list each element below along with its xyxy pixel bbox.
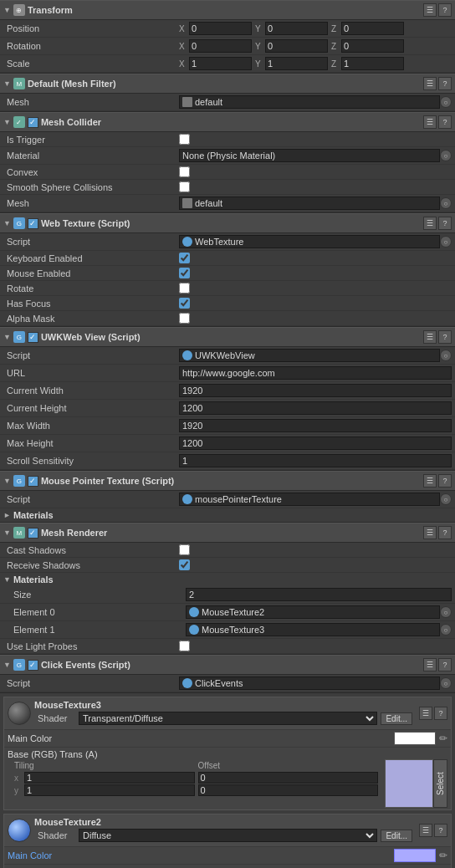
mouse-pointer-script-circle-btn[interactable]: ○ [440, 493, 452, 505]
web-texture-settings-icon[interactable]: ☰ [423, 217, 437, 230]
mouse-texture3-pencil-icon[interactable]: ✏ [439, 733, 447, 744]
mouse-texture2-settings-icon[interactable]: ☰ [419, 824, 432, 837]
element0-asset[interactable]: MouseTexture2 [186, 605, 440, 619]
mouse-texture2-color-swatch[interactable] [394, 849, 436, 862]
mesh-renderer-section: ▼ M ✓ Mesh Renderer ☰ ? Cast Shadows Rec… [0, 523, 455, 655]
cast-shadows-checkbox[interactable] [179, 544, 190, 555]
mouse-texture3-tiling-x-input[interactable] [24, 772, 195, 784]
click-events-script-circle-btn[interactable]: ○ [440, 677, 452, 689]
transform-settings-icon[interactable]: ☰ [423, 3, 437, 17]
size-input[interactable] [186, 588, 452, 601]
max-width-input[interactable] [179, 419, 452, 432]
material-asset[interactable]: None (Physic Material) [179, 149, 440, 162]
mesh-collider-settings-icon[interactable]: ☰ [423, 115, 437, 129]
rotate-checkbox[interactable] [179, 283, 190, 294]
use-light-checkbox[interactable] [179, 641, 190, 651]
mesh-filter-help-icon[interactable]: ? [438, 77, 452, 90]
mouse-texture3-shader-dropdown[interactable]: Transparent/Diffuse [79, 712, 377, 725]
position-x-item: X [179, 22, 252, 35]
mouse-texture3-offset-y-input[interactable] [198, 784, 379, 796]
size-row: Size [0, 586, 455, 604]
scale-z-input[interactable] [341, 57, 404, 70]
rotation-z-input[interactable] [341, 39, 404, 53]
transform-help-icon[interactable]: ? [438, 3, 452, 17]
click-events-settings-icon[interactable]: ☰ [423, 658, 437, 671]
has-focus-checkbox[interactable] [179, 298, 190, 309]
mesh-collider-circle-btn[interactable]: ○ [440, 197, 452, 209]
uwk-web-settings-icon[interactable]: ☰ [423, 330, 437, 344]
alpha-mask-checkbox[interactable] [179, 313, 190, 324]
web-texture-script-asset[interactable]: WebTexture [179, 235, 440, 248]
current-width-input[interactable] [179, 384, 452, 397]
mesh-filter-asset[interactable]: default [179, 95, 440, 109]
convex-checkbox[interactable] [179, 166, 190, 177]
uwk-script-text: UWKWebView [195, 350, 437, 360]
click-events-script-asset[interactable]: ClickEvents [179, 677, 440, 690]
position-z-input[interactable] [341, 22, 404, 35]
position-x-input[interactable] [189, 22, 252, 35]
mouse-texture3-select-button[interactable]: Select [433, 759, 447, 808]
mouse-pointer-materials-collapse[interactable]: ► [3, 511, 11, 519]
mouse-texture2-edit-button[interactable]: Edit... [381, 830, 412, 842]
mouse-texture3-color-swatch[interactable] [394, 732, 436, 745]
mesh-collider-help-icon[interactable]: ? [438, 115, 452, 129]
max-height-value [179, 437, 452, 450]
scroll-sensitivity-input[interactable] [179, 454, 452, 467]
mesh-filter-collapse[interactable]: ▼ [3, 79, 11, 88]
mouse-checkbox[interactable] [179, 268, 190, 278]
position-y-input[interactable] [265, 22, 328, 35]
mouse-texture3-help-icon[interactable]: ? [434, 707, 447, 720]
mouse-pointer-settings-icon[interactable]: ☰ [423, 474, 437, 488]
smooth-sphere-checkbox[interactable] [179, 181, 190, 192]
mesh-collider-asset[interactable]: default [179, 197, 440, 210]
receive-shadows-checkbox[interactable] [179, 559, 190, 570]
click-events-collapse[interactable]: ▼ [3, 661, 11, 669]
web-texture-script-circle-btn[interactable]: ○ [440, 236, 452, 248]
mouse-texture2-shader-dropdown[interactable]: Diffuse [79, 829, 377, 842]
mouse-texture3-tiling-y-input[interactable] [24, 784, 195, 796]
mouse-texture3-settings-icon[interactable]: ☰ [419, 707, 432, 720]
uwk-script-asset[interactable]: UWKWebView [179, 349, 440, 362]
web-texture-help-icon[interactable]: ? [438, 217, 452, 230]
mesh-renderer-settings-icon[interactable]: ☰ [423, 526, 437, 539]
web-texture-icons: ☰ ? [423, 217, 452, 230]
mesh-collider-collapse[interactable]: ▼ [3, 118, 11, 126]
mesh-collider-title: Mesh Collider [41, 117, 423, 127]
mouse-pointer-script-asset[interactable]: mousePointerTexture [179, 493, 440, 506]
mesh-renderer-materials-collapse[interactable]: ▼ [3, 575, 11, 584]
rotation-y-input[interactable] [265, 39, 328, 53]
mesh-filter-settings-icon[interactable]: ☰ [423, 77, 437, 90]
click-events-help-icon[interactable]: ? [438, 658, 452, 671]
mouse-pointer-collapse[interactable]: ▼ [3, 477, 11, 485]
element0-circle-btn[interactable]: ○ [440, 606, 452, 618]
mesh-renderer-help-icon[interactable]: ? [438, 526, 452, 539]
mesh-filter-asset-text: default [195, 97, 437, 107]
url-input[interactable] [179, 366, 452, 380]
uwk-web-collapse[interactable]: ▼ [3, 333, 11, 341]
transform-collapse[interactable]: ▼ [3, 6, 11, 14]
mesh-collider-mesh-label: Mesh [3, 198, 179, 208]
current-height-input[interactable] [179, 401, 452, 415]
mouse-texture3-edit-button[interactable]: Edit... [381, 712, 412, 725]
element1-asset[interactable]: MouseTexture3 [186, 623, 440, 636]
keyboard-checkbox[interactable] [179, 253, 190, 263]
web-texture-script-row: Script WebTexture ○ [0, 233, 455, 251]
mouse-texture3-offset-x-input[interactable] [198, 772, 379, 784]
uwk-web-help-icon[interactable]: ? [438, 330, 452, 344]
mouse-texture2-help-icon[interactable]: ? [434, 824, 447, 837]
material-circle-btn[interactable]: ○ [440, 150, 452, 161]
max-height-input[interactable] [179, 437, 452, 450]
element1-circle-btn[interactable]: ○ [440, 624, 452, 636]
mouse-pointer-help-icon[interactable]: ? [438, 474, 452, 488]
scale-x-item: X [179, 57, 252, 70]
is-trigger-value [179, 134, 452, 145]
scale-x-input[interactable] [189, 57, 252, 70]
mesh-renderer-collapse[interactable]: ▼ [3, 528, 11, 537]
mesh-filter-circle-btn[interactable]: ○ [440, 96, 452, 108]
scale-y-input[interactable] [265, 57, 328, 70]
mouse-texture2-pencil-icon[interactable]: ✏ [439, 850, 447, 861]
web-texture-collapse[interactable]: ▼ [3, 219, 11, 227]
rotation-x-input[interactable] [189, 39, 252, 53]
is-trigger-checkbox[interactable] [179, 134, 190, 145]
uwk-script-circle-btn[interactable]: ○ [440, 350, 452, 361]
